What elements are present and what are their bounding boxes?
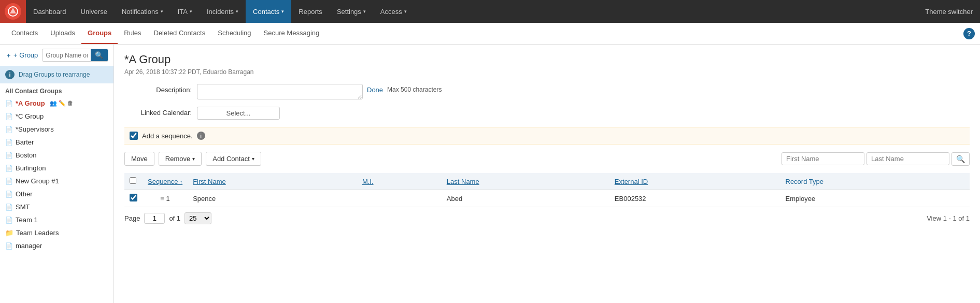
access-caret: ▾: [404, 9, 407, 14]
group-item[interactable]: 📄SMT: [0, 200, 113, 213]
pagination-bar: Page of 1 10 25 50 100 View 1 - 1 of 1: [124, 207, 970, 229]
settings-caret: ▾: [363, 9, 366, 14]
table-header: Sequence ↑ First Name M.I. Last Name Ext…: [124, 173, 970, 190]
contact-search-button[interactable]: 🔍: [951, 152, 970, 166]
group-item[interactable]: 📄 *A Group 👥 ✏️ 🗑: [0, 97, 113, 110]
group-item[interactable]: 📄Boston: [0, 149, 113, 162]
theme-switcher[interactable]: Theme switcher: [925, 0, 980, 23]
group-meta: Apr 26, 2018 10:37:22 PDT, Eduardo Barra…: [124, 68, 970, 76]
ita-caret: ▾: [190, 9, 192, 14]
subnav-uploads[interactable]: Uploads: [44, 23, 81, 44]
linked-calendar-label: Linked Calendar:: [124, 107, 192, 117]
row-handle-icon[interactable]: ≡: [160, 195, 164, 203]
file-icon: 📄: [5, 113, 13, 120]
nav-universe[interactable]: Universe: [74, 0, 115, 23]
page-label: Page: [124, 214, 140, 222]
contact-search-icon: 🔍: [956, 155, 965, 163]
sequence-label: Add a sequence.: [142, 132, 193, 140]
subnav-groups[interactable]: Groups: [81, 23, 118, 44]
last-name-sort-link[interactable]: Last Name: [447, 178, 479, 185]
external-id-sort-link[interactable]: External ID: [615, 178, 648, 185]
mi-sort-link[interactable]: M.I.: [362, 178, 374, 185]
row-first-name: Spence: [188, 190, 357, 207]
content-area: *A Group Apr 26, 2018 10:37:22 PDT, Edua…: [114, 45, 980, 303]
last-name-search-input[interactable]: [867, 152, 949, 165]
row-mi: [357, 190, 442, 207]
description-label: Description:: [124, 84, 192, 94]
row-checkbox-cell: [124, 190, 143, 207]
row-last-name: Abed: [442, 190, 609, 207]
remove-caret: ▾: [192, 156, 195, 162]
group-item[interactable]: 📄New Group #1: [0, 175, 113, 187]
nav-contacts[interactable]: Contacts▾: [246, 0, 291, 23]
per-page-select[interactable]: 10 25 50 100: [184, 212, 211, 224]
add-group-button[interactable]: ＋ + Group: [5, 51, 38, 60]
th-mi: M.I.: [357, 173, 442, 190]
group-edit-icon[interactable]: ✏️: [59, 100, 66, 107]
main-layout: ＋ + Group 🔍 i Drag Groups to rearrange A…: [0, 45, 980, 303]
group-people-icon[interactable]: 👥: [50, 100, 57, 107]
svg-marker-1: [10, 8, 16, 13]
add-contact-button[interactable]: Add Contact ▾: [206, 152, 261, 166]
nav-notifications[interactable]: Notifications▾: [115, 0, 171, 23]
group-item[interactable]: 📄*C Group: [0, 110, 113, 123]
table-row: ≡ 1 Spence Abed EB002532 Employee: [124, 190, 970, 207]
incidents-caret: ▾: [236, 9, 238, 14]
nav-settings[interactable]: Settings▾: [330, 0, 373, 23]
group-item[interactable]: 📄Team 1: [0, 213, 113, 226]
sequence-sort-link[interactable]: Sequence ↑: [148, 178, 182, 185]
remove-button[interactable]: Remove ▾: [159, 152, 202, 166]
nav-access[interactable]: Access▾: [373, 0, 414, 23]
subnav-secure-messaging[interactable]: Secure Messaging: [258, 23, 326, 44]
page-number-input[interactable]: [144, 213, 165, 224]
action-bar: Move Remove ▾ Add Contact ▾ 🔍: [124, 152, 970, 166]
logo-icon: [5, 3, 21, 20]
linked-calendar-select[interactable]: Select...: [197, 107, 280, 120]
nav-reports[interactable]: Reports: [291, 0, 330, 23]
subnav-contacts[interactable]: Contacts: [5, 23, 44, 44]
logo: [0, 0, 26, 23]
subnav-scheduling[interactable]: Scheduling: [211, 23, 257, 44]
sort-arrow: ↑: [180, 179, 182, 185]
sequence-checkbox[interactable]: [130, 132, 138, 140]
th-checkbox: [124, 173, 143, 190]
sequence-info-icon[interactable]: i: [197, 132, 205, 140]
select-all-checkbox[interactable]: [130, 177, 136, 184]
description-row: Description: Done Max 500 characters: [124, 84, 970, 99]
file-icon: 📄: [5, 152, 13, 159]
drag-hint: i Drag Groups to rearrange: [0, 66, 113, 83]
move-button[interactable]: Move: [124, 152, 154, 166]
group-search-button[interactable]: 🔍: [91, 49, 108, 61]
subnav-rules[interactable]: Rules: [118, 23, 147, 44]
group-item[interactable]: 📄manager: [0, 239, 113, 252]
nav-incidents[interactable]: Incidents▾: [200, 0, 246, 23]
row-checkbox[interactable]: [130, 194, 137, 201]
nav-ita[interactable]: ITA▾: [171, 0, 200, 23]
plus-icon: ＋: [5, 51, 12, 60]
group-item[interactable]: 📄Burlington: [0, 162, 113, 175]
subnav-deleted-contacts[interactable]: Deleted Contacts: [148, 23, 212, 44]
group-search-box: 🔍: [42, 49, 108, 62]
group-search-input[interactable]: [42, 50, 91, 61]
char-limit: Max 500 characters: [387, 84, 442, 93]
file-icon: 📄: [5, 242, 13, 250]
row-sequence: ≡ 1: [143, 190, 188, 207]
nav-dashboard[interactable]: Dashboard: [26, 0, 74, 23]
group-item[interactable]: 📁Team Leaders: [0, 226, 113, 239]
done-link[interactable]: Done: [367, 84, 383, 94]
notifications-caret: ▾: [161, 9, 163, 14]
description-textarea[interactable]: [197, 84, 363, 99]
help-button[interactable]: ?: [963, 28, 975, 39]
sub-nav: Contacts Uploads Groups Rules Deleted Co…: [0, 23, 980, 45]
add-contact-caret: ▾: [252, 156, 254, 162]
group-item[interactable]: 📄Other: [0, 187, 113, 200]
group-item[interactable]: 📄Barter: [0, 136, 113, 149]
group-item[interactable]: 📄*Supervisors: [0, 123, 113, 136]
group-delete-icon[interactable]: 🗑: [67, 100, 73, 107]
th-last-name: Last Name: [442, 173, 609, 190]
first-name-search-input[interactable]: [782, 152, 864, 165]
top-nav: Dashboard Universe Notifications▾ ITA▾ I…: [0, 0, 980, 23]
nav-items: Dashboard Universe Notifications▾ ITA▾ I…: [26, 0, 925, 23]
first-name-sort-link[interactable]: First Name: [193, 178, 226, 185]
row-external-id: EB002532: [609, 190, 780, 207]
